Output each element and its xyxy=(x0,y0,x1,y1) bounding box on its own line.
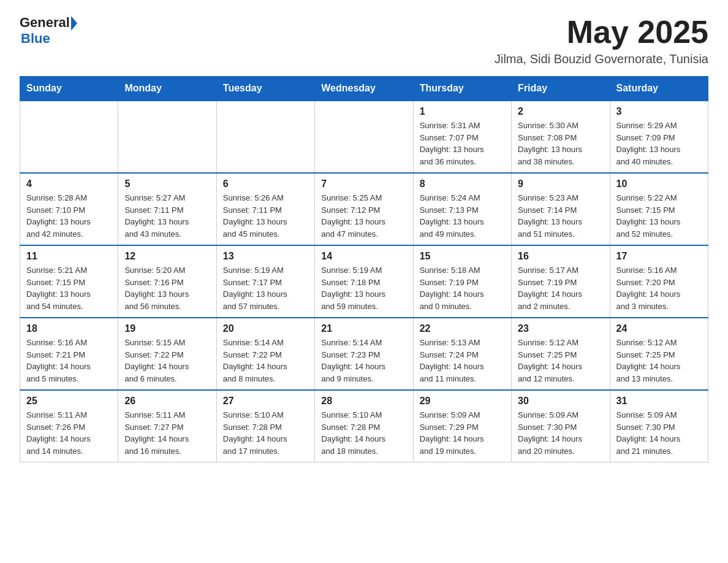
day-number: 27 xyxy=(223,396,308,407)
calendar-day-4: 4Sunrise: 5:28 AMSunset: 7:10 PMDaylight… xyxy=(20,173,118,245)
weekday-header-thursday: Thursday xyxy=(413,77,511,101)
day-info: Sunrise: 5:12 AMSunset: 7:25 PMDaylight:… xyxy=(616,337,702,385)
calendar-week-row: 18Sunrise: 5:16 AMSunset: 7:21 PMDayligh… xyxy=(20,318,708,390)
day-number: 16 xyxy=(518,251,603,262)
day-info: Sunrise: 5:15 AMSunset: 7:22 PMDaylight:… xyxy=(124,337,210,385)
day-number: 3 xyxy=(616,106,702,117)
calendar-day-14: 14Sunrise: 5:19 AMSunset: 7:18 PMDayligh… xyxy=(315,245,413,318)
calendar-day-19: 19Sunrise: 5:15 AMSunset: 7:22 PMDayligh… xyxy=(118,318,216,390)
day-info: Sunrise: 5:11 AMSunset: 7:26 PMDaylight:… xyxy=(26,409,112,457)
calendar-day-7: 7Sunrise: 5:25 AMSunset: 7:12 PMDaylight… xyxy=(315,173,413,245)
calendar-day-23: 23Sunrise: 5:12 AMSunset: 7:25 PMDayligh… xyxy=(512,318,610,390)
day-info: Sunrise: 5:09 AMSunset: 7:30 PMDaylight:… xyxy=(518,409,603,457)
day-number: 24 xyxy=(616,323,702,334)
calendar-day-27: 27Sunrise: 5:10 AMSunset: 7:28 PMDayligh… xyxy=(216,390,314,462)
weekday-header-tuesday: Tuesday xyxy=(216,77,314,101)
day-number: 17 xyxy=(616,251,702,262)
calendar-day-21: 21Sunrise: 5:14 AMSunset: 7:23 PMDayligh… xyxy=(315,318,413,390)
day-info: Sunrise: 5:14 AMSunset: 7:22 PMDaylight:… xyxy=(223,337,308,385)
day-info: Sunrise: 5:18 AMSunset: 7:19 PMDaylight:… xyxy=(420,264,505,312)
calendar-day-18: 18Sunrise: 5:16 AMSunset: 7:21 PMDayligh… xyxy=(20,318,118,390)
calendar-empty-cell xyxy=(216,101,314,173)
title-block: May 2025 Jilma, Sidi Bouzid Governorate,… xyxy=(495,15,708,66)
day-info: Sunrise: 5:19 AMSunset: 7:17 PMDaylight:… xyxy=(223,264,308,312)
calendar-day-24: 24Sunrise: 5:12 AMSunset: 7:25 PMDayligh… xyxy=(610,318,708,390)
weekday-header-friday: Friday xyxy=(512,77,610,101)
day-info: Sunrise: 5:29 AMSunset: 7:09 PMDaylight:… xyxy=(616,120,702,167)
calendar-empty-cell xyxy=(315,101,413,173)
calendar-day-17: 17Sunrise: 5:16 AMSunset: 7:20 PMDayligh… xyxy=(610,245,708,318)
day-number: 21 xyxy=(321,323,406,334)
day-number: 2 xyxy=(518,106,603,117)
day-number: 28 xyxy=(321,396,406,407)
calendar-day-15: 15Sunrise: 5:18 AMSunset: 7:19 PMDayligh… xyxy=(413,245,511,318)
calendar-day-30: 30Sunrise: 5:09 AMSunset: 7:30 PMDayligh… xyxy=(512,390,610,462)
day-info: Sunrise: 5:16 AMSunset: 7:20 PMDaylight:… xyxy=(616,264,702,312)
calendar-day-12: 12Sunrise: 5:20 AMSunset: 7:16 PMDayligh… xyxy=(118,245,216,318)
calendar-day-25: 25Sunrise: 5:11 AMSunset: 7:26 PMDayligh… xyxy=(20,390,118,462)
day-info: Sunrise: 5:22 AMSunset: 7:15 PMDaylight:… xyxy=(616,192,702,240)
calendar-day-22: 22Sunrise: 5:13 AMSunset: 7:24 PMDayligh… xyxy=(413,318,511,390)
weekday-header-monday: Monday xyxy=(118,77,216,101)
day-number: 30 xyxy=(518,396,603,407)
day-info: Sunrise: 5:13 AMSunset: 7:24 PMDaylight:… xyxy=(420,337,505,385)
day-info: Sunrise: 5:21 AMSunset: 7:15 PMDaylight:… xyxy=(26,264,112,312)
day-number: 20 xyxy=(223,323,308,334)
day-info: Sunrise: 5:28 AMSunset: 7:10 PMDaylight:… xyxy=(26,192,112,240)
calendar-empty-cell xyxy=(20,101,118,173)
day-info: Sunrise: 5:12 AMSunset: 7:25 PMDaylight:… xyxy=(518,337,603,385)
day-number: 10 xyxy=(616,178,702,190)
calendar-day-28: 28Sunrise: 5:10 AMSunset: 7:28 PMDayligh… xyxy=(315,390,413,462)
day-number: 4 xyxy=(26,178,112,190)
day-number: 6 xyxy=(223,178,308,190)
calendar-day-5: 5Sunrise: 5:27 AMSunset: 7:11 PMDaylight… xyxy=(118,173,216,245)
calendar-day-20: 20Sunrise: 5:14 AMSunset: 7:22 PMDayligh… xyxy=(216,318,314,390)
logo-arrow-icon xyxy=(71,16,77,31)
day-info: Sunrise: 5:10 AMSunset: 7:28 PMDaylight:… xyxy=(321,409,406,457)
calendar-week-row: 11Sunrise: 5:21 AMSunset: 7:15 PMDayligh… xyxy=(20,245,708,318)
day-number: 9 xyxy=(518,178,603,190)
weekday-header-saturday: Saturday xyxy=(610,77,708,101)
day-number: 11 xyxy=(26,251,112,262)
day-info: Sunrise: 5:09 AMSunset: 7:29 PMDaylight:… xyxy=(420,409,505,457)
calendar-table: SundayMondayTuesdayWednesdayThursdayFrid… xyxy=(20,76,708,462)
calendar-day-31: 31Sunrise: 5:09 AMSunset: 7:30 PMDayligh… xyxy=(610,390,708,462)
day-number: 7 xyxy=(321,178,406,190)
month-title: May 2025 xyxy=(495,15,708,50)
calendar-day-26: 26Sunrise: 5:11 AMSunset: 7:27 PMDayligh… xyxy=(118,390,216,462)
calendar-day-3: 3Sunrise: 5:29 AMSunset: 7:09 PMDaylight… xyxy=(610,101,708,173)
day-number: 14 xyxy=(321,251,406,262)
calendar-empty-cell xyxy=(118,101,216,173)
calendar-day-6: 6Sunrise: 5:26 AMSunset: 7:11 PMDaylight… xyxy=(216,173,314,245)
day-number: 1 xyxy=(420,106,505,117)
page-header: General Blue May 2025 Jilma, Sidi Bouzid… xyxy=(20,15,708,66)
day-info: Sunrise: 5:27 AMSunset: 7:11 PMDaylight:… xyxy=(124,192,210,240)
day-info: Sunrise: 5:23 AMSunset: 7:14 PMDaylight:… xyxy=(518,192,603,240)
calendar-day-13: 13Sunrise: 5:19 AMSunset: 7:17 PMDayligh… xyxy=(216,245,314,318)
calendar-day-2: 2Sunrise: 5:30 AMSunset: 7:08 PMDaylight… xyxy=(512,101,610,173)
day-info: Sunrise: 5:16 AMSunset: 7:21 PMDaylight:… xyxy=(26,337,112,385)
day-number: 22 xyxy=(420,323,505,334)
day-number: 12 xyxy=(124,251,210,262)
day-number: 25 xyxy=(26,396,112,407)
calendar-week-row: 1Sunrise: 5:31 AMSunset: 7:07 PMDaylight… xyxy=(20,101,708,173)
logo: General Blue xyxy=(20,15,77,47)
day-number: 13 xyxy=(223,251,308,262)
calendar-day-10: 10Sunrise: 5:22 AMSunset: 7:15 PMDayligh… xyxy=(610,173,708,245)
weekday-header-wednesday: Wednesday xyxy=(315,77,413,101)
day-number: 8 xyxy=(420,178,505,190)
day-info: Sunrise: 5:17 AMSunset: 7:19 PMDaylight:… xyxy=(518,264,603,312)
day-info: Sunrise: 5:25 AMSunset: 7:12 PMDaylight:… xyxy=(321,192,406,240)
day-info: Sunrise: 5:20 AMSunset: 7:16 PMDaylight:… xyxy=(124,264,210,312)
day-number: 26 xyxy=(124,396,210,407)
day-number: 18 xyxy=(26,323,112,334)
day-number: 23 xyxy=(518,323,603,334)
logo-general-text: General xyxy=(20,15,70,31)
day-info: Sunrise: 5:24 AMSunset: 7:13 PMDaylight:… xyxy=(420,192,505,240)
day-number: 19 xyxy=(124,323,210,334)
calendar-week-row: 4Sunrise: 5:28 AMSunset: 7:10 PMDaylight… xyxy=(20,173,708,245)
day-number: 29 xyxy=(420,396,505,407)
day-info: Sunrise: 5:26 AMSunset: 7:11 PMDaylight:… xyxy=(223,192,308,240)
day-info: Sunrise: 5:31 AMSunset: 7:07 PMDaylight:… xyxy=(420,120,505,167)
day-number: 15 xyxy=(420,251,505,262)
